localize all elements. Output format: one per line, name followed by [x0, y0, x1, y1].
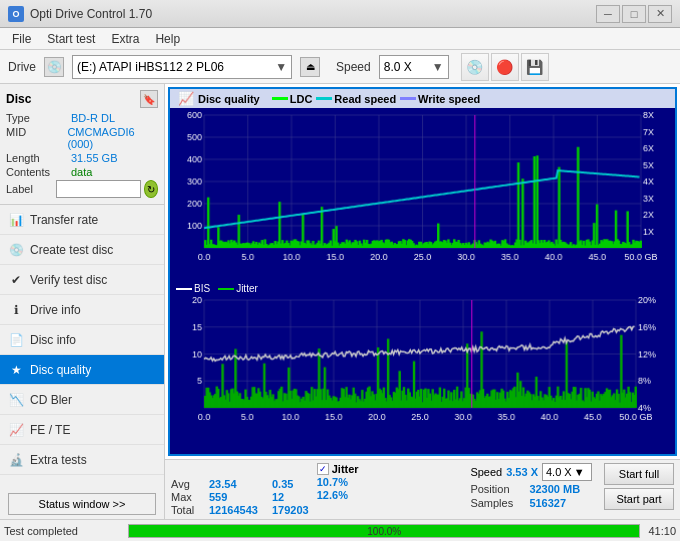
drive-bar: Drive 💿 (E:) ATAPI iHBS112 2 PL06 ▼ ⏏ Sp…: [0, 50, 680, 84]
status-bar: Test completed 100.0% 41:10: [0, 519, 680, 541]
jitter-checkbox[interactable]: ✓: [317, 463, 329, 475]
bis-max: 12: [272, 491, 284, 503]
jitter-stats: ✓ Jitter 10.7% 12.6%: [317, 463, 359, 501]
nav-create-test-disc[interactable]: 💿 Create test disc: [0, 235, 164, 265]
nav-verify-test-disc[interactable]: ✔ Verify test disc: [0, 265, 164, 295]
legend-jitter: Jitter: [218, 283, 258, 294]
chart-panel-header: 📈 Disc quality LDC Read speed Write spee…: [170, 89, 675, 108]
disc-mid-value: CMCMAGDI6 (000): [67, 126, 158, 150]
speed-select[interactable]: 8.0 X ▼: [379, 55, 449, 79]
status-text: Test completed: [4, 525, 124, 537]
bis-avg: 0.35: [272, 478, 293, 490]
nav-disc-info-label: Disc info: [30, 333, 76, 347]
nav-cd-bler-label: CD Bler: [30, 393, 72, 407]
status-time: 41:10: [648, 525, 676, 537]
position-value: 32300 MB: [529, 483, 580, 495]
drive-label: Drive: [8, 60, 36, 74]
nav-extra-tests[interactable]: 🔬 Extra tests: [0, 445, 164, 475]
nav-drive-info[interactable]: ℹ Drive info: [0, 295, 164, 325]
legend-read: Read speed: [316, 93, 396, 105]
legend-write: Write speed: [400, 93, 480, 105]
chart2-canvas: [174, 295, 671, 426]
verify-test-disc-icon: ✔: [8, 272, 24, 288]
nav-disc-quality[interactable]: ★ Disc quality: [0, 355, 164, 385]
speed-select-arrow: ▼: [574, 466, 585, 478]
drive-dropdown-arrow: ▼: [275, 60, 287, 74]
jitter-stat-label: Jitter: [332, 463, 359, 475]
samples-value: 516327: [529, 497, 566, 509]
ldc-max: 559: [209, 491, 227, 503]
disc-length-value: 31.55 GB: [71, 152, 117, 164]
app-icon: O: [8, 6, 24, 22]
disc-label-refresh[interactable]: ↻: [144, 180, 158, 198]
nav-create-test-disc-label: Create test disc: [30, 243, 113, 257]
disc-quality-icon: ★: [8, 362, 24, 378]
nav-disc-quality-label: Disc quality: [30, 363, 91, 377]
samples-label: Samples: [470, 497, 525, 509]
drive-value: (E:) ATAPI iHBS112 2 PL06: [77, 60, 224, 74]
nav-extra-tests-label: Extra tests: [30, 453, 87, 467]
start-part-button[interactable]: Start part: [604, 488, 674, 510]
status-window-button[interactable]: Status window >>: [8, 493, 156, 515]
toolbar-icon-3[interactable]: 💾: [521, 53, 549, 81]
window-title: Opti Drive Control 1.70: [30, 7, 152, 21]
disc-type-value: BD-R DL: [71, 112, 115, 124]
disc-label-input[interactable]: [56, 180, 141, 198]
read-color: [316, 97, 332, 100]
title-bar: O Opti Drive Control 1.70 ─ □ ✕: [0, 0, 680, 28]
speed-label: Speed: [336, 60, 371, 74]
jitter-max: 12.6%: [317, 489, 359, 501]
toolbar-icons: 💿 🔴 💾: [461, 53, 549, 81]
avg-label: Avg: [171, 478, 206, 490]
extra-tests-icon: 🔬: [8, 452, 24, 468]
disc-panel-title: Disc: [6, 92, 31, 106]
speed-stat-label: Speed: [470, 466, 502, 478]
ldc-color: [272, 97, 288, 100]
menu-help[interactable]: Help: [147, 30, 188, 48]
ldc-avg: 23.54: [209, 478, 264, 490]
nav-cd-bler[interactable]: 📉 CD Bler: [0, 385, 164, 415]
disc-panel: Disc 🔖 Type BD-R DL MID CMCMAGDI6 (000) …: [0, 84, 164, 205]
progress-bar-container: 100.0%: [128, 524, 640, 538]
chart-panel-title: Disc quality: [198, 93, 260, 105]
close-button[interactable]: ✕: [648, 5, 672, 23]
drive-select[interactable]: (E:) ATAPI iHBS112 2 PL06 ▼: [72, 55, 292, 79]
nav-verify-test-disc-label: Verify test disc: [30, 273, 107, 287]
fe-te-icon: 📈: [8, 422, 24, 438]
bis-stats: 0.35 12 179203: [272, 463, 309, 516]
maximize-button[interactable]: □: [622, 5, 646, 23]
toolbar-icon-1[interactable]: 💿: [461, 53, 489, 81]
menu-file[interactable]: File: [4, 30, 39, 48]
max-label: Max: [171, 491, 206, 503]
action-buttons: Start full Start part: [604, 463, 674, 510]
menu-bar: File Start test Extra Help: [0, 28, 680, 50]
bis-total: 179203: [272, 504, 309, 516]
disc-type-label: Type: [6, 112, 71, 124]
disc-panel-toggle[interactable]: 🔖: [140, 90, 158, 108]
ldc-stats: Avg 23.54 Max 559 Total 12164543: [171, 463, 264, 516]
toolbar-icon-2[interactable]: 🔴: [491, 53, 519, 81]
drive-eject-icon[interactable]: 💿: [44, 57, 64, 77]
menu-start-test[interactable]: Start test: [39, 30, 103, 48]
start-full-button[interactable]: Start full: [604, 463, 674, 485]
nav-fe-te[interactable]: 📈 FE / TE: [0, 415, 164, 445]
stats-panel: Avg 23.54 Max 559 Total 12164543 0.35: [165, 459, 680, 519]
legend-bis: BIS: [176, 283, 210, 294]
menu-extra[interactable]: Extra: [103, 30, 147, 48]
write-color: [400, 97, 416, 100]
disc-contents-value: data: [71, 166, 92, 178]
disc-label-label: Label: [6, 183, 56, 195]
nav-fe-te-label: FE / TE: [30, 423, 70, 437]
jitter-label-legend: Jitter: [236, 283, 258, 294]
nav-disc-info[interactable]: 📄 Disc info: [0, 325, 164, 355]
main-layout: Disc 🔖 Type BD-R DL MID CMCMAGDI6 (000) …: [0, 84, 680, 519]
speed-select-value: 4.0 X: [546, 466, 572, 478]
disc-contents-label: Contents: [6, 166, 71, 178]
drive-action-icon[interactable]: ⏏: [300, 57, 320, 77]
speed-value: 8.0 X: [384, 60, 412, 74]
total-label: Total: [171, 504, 206, 516]
disc-length-label: Length: [6, 152, 71, 164]
nav-transfer-rate[interactable]: 📊 Transfer rate: [0, 205, 164, 235]
speed-select-dropdown[interactable]: 4.0 X ▼: [542, 463, 592, 481]
minimize-button[interactable]: ─: [596, 5, 620, 23]
